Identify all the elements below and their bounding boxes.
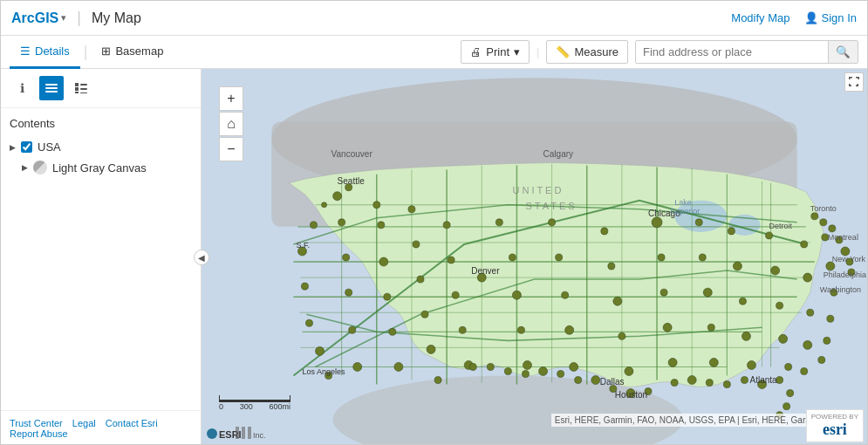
- arcgis-logo[interactable]: ArcGIS ▾: [11, 10, 66, 26]
- report-abuse-link[interactable]: Report Abuse: [10, 428, 68, 439]
- svg-point-113: [783, 403, 790, 410]
- svg-point-61: [417, 276, 424, 283]
- svg-point-80: [570, 362, 578, 371]
- svg-rect-8: [80, 92, 87, 93]
- scale-bar: 0 300 600mi: [219, 395, 290, 411]
- basemap-icon: ⊞: [101, 44, 111, 58]
- svg-point-88: [660, 289, 667, 296]
- svg-point-89: [663, 323, 672, 332]
- svg-text:Atlanta: Atlanta: [749, 375, 777, 385]
- measure-button[interactable]: 📏 Measure: [546, 40, 628, 64]
- svg-rect-3: [75, 83, 79, 86]
- header: ArcGIS ▾ | My Map Modify Map 👤 Sign In: [1, 1, 867, 36]
- user-icon: 👤: [804, 11, 818, 24]
- sidebar-footer: Trust Center Legal Contact Esri Report A…: [1, 410, 201, 445]
- svg-point-116: [741, 377, 748, 384]
- svg-point-117: [723, 381, 730, 388]
- layer-light-gray-canvas[interactable]: ▶ Light Gray Canvas: [10, 157, 192, 178]
- svg-point-111: [776, 377, 783, 384]
- search-input[interactable]: [636, 41, 828, 63]
- svg-point-50: [353, 362, 362, 371]
- svg-point-108: [807, 309, 814, 316]
- svg-point-67: [448, 257, 455, 264]
- svg-point-105: [785, 363, 792, 370]
- svg-point-60: [413, 241, 420, 248]
- print-chevron-icon: ▾: [514, 45, 520, 58]
- contact-esri-link[interactable]: Contact Esri: [106, 418, 158, 428]
- print-button[interactable]: 🖨 Print ▾: [461, 40, 530, 64]
- svg-text:Houston: Houston: [615, 390, 647, 400]
- tab-divider: |: [84, 43, 88, 61]
- layer-usa-checkbox[interactable]: [21, 141, 32, 153]
- layer-lgc-name: Light Gray Canvas: [52, 161, 147, 175]
- tab-basemap[interactable]: ⊞ Basemap: [91, 36, 174, 69]
- scale-label-0: 0: [219, 402, 223, 411]
- svg-point-47: [343, 254, 350, 261]
- svg-point-51: [333, 192, 342, 201]
- svg-text:Vancouver: Vancouver: [331, 149, 373, 159]
- sidebar-layers-button[interactable]: [39, 76, 64, 100]
- sidebar-legend-button[interactable]: [69, 76, 93, 100]
- svg-point-76: [549, 219, 556, 226]
- svg-point-91: [695, 219, 702, 226]
- svg-point-95: [709, 358, 718, 366]
- svg-point-69: [459, 326, 466, 333]
- sidebar-icon-bar: ℹ: [1, 69, 201, 108]
- sidebar: ℹ Contents ▶ USA ▶ Light Gray Canvas Tru…: [1, 69, 202, 445]
- map-controls: + ⌂ −: [219, 86, 243, 161]
- svg-point-59: [408, 206, 415, 213]
- svg-point-138: [811, 213, 818, 220]
- svg-point-74: [517, 326, 524, 333]
- svg-rect-1: [45, 87, 58, 89]
- map-container[interactable]: Seattle S.F. Los Angeles Denver Chicago …: [202, 69, 867, 445]
- expand-map-button[interactable]: [844, 72, 864, 92]
- svg-point-48: [345, 289, 352, 296]
- svg-text:Denver: Denver: [471, 266, 500, 276]
- svg-point-109: [803, 340, 812, 349]
- legal-link[interactable]: Legal: [72, 418, 96, 428]
- layer-lgc-icon: [33, 161, 47, 175]
- svg-point-106: [801, 241, 808, 248]
- print-icon: 🖨: [470, 45, 482, 58]
- sidebar-info-button[interactable]: ℹ: [10, 76, 34, 100]
- svg-point-112: [787, 390, 794, 397]
- svg-rect-7: [80, 88, 87, 90]
- svg-point-96: [728, 228, 735, 235]
- scale-label-300: 300: [240, 402, 253, 411]
- svg-rect-165: [207, 428, 217, 439]
- svg-point-57: [389, 328, 396, 335]
- bottom-left-watermark: ESRI Inc.: [205, 423, 275, 442]
- trust-center-link[interactable]: Trust Center: [10, 418, 63, 428]
- sign-in-button[interactable]: 👤 Sign In: [804, 11, 857, 24]
- svg-point-44: [310, 222, 317, 229]
- svg-text:Detroit: Detroit: [769, 222, 793, 230]
- svg-point-77: [556, 254, 563, 261]
- svg-point-53: [373, 202, 380, 209]
- tab-details[interactable]: ☰ Details: [10, 36, 80, 69]
- details-icon: ☰: [20, 44, 31, 58]
- svg-point-56: [384, 293, 391, 300]
- svg-rect-2: [45, 91, 58, 92]
- svg-point-64: [434, 377, 441, 384]
- zoom-out-button[interactable]: −: [219, 137, 243, 161]
- svg-text:S.F.: S.F.: [296, 241, 310, 250]
- svg-point-87: [658, 254, 665, 261]
- zoom-in-button[interactable]: +: [219, 86, 243, 111]
- arcgis-chevron-icon: ▾: [61, 12, 66, 24]
- sidebar-collapse-button[interactable]: ◀: [194, 250, 209, 265]
- svg-text:Montreal: Montreal: [828, 233, 858, 242]
- svg-text:Los Angeles: Los Angeles: [302, 367, 345, 376]
- layer-usa[interactable]: ▶ USA: [10, 137, 192, 157]
- svg-point-119: [687, 376, 696, 385]
- svg-rect-4: [75, 87, 79, 91]
- svg-text:Dallas: Dallas: [600, 377, 625, 387]
- modify-map-button[interactable]: Modify Map: [731, 11, 789, 24]
- home-button[interactable]: ⌂: [219, 112, 243, 136]
- svg-text:Lake: Lake: [674, 198, 692, 207]
- svg-rect-5: [75, 92, 79, 93]
- svg-point-41: [305, 319, 312, 326]
- svg-rect-0: [45, 84, 58, 86]
- svg-point-125: [575, 377, 582, 384]
- search-button[interactable]: 🔍: [828, 41, 858, 63]
- svg-point-78: [562, 291, 569, 298]
